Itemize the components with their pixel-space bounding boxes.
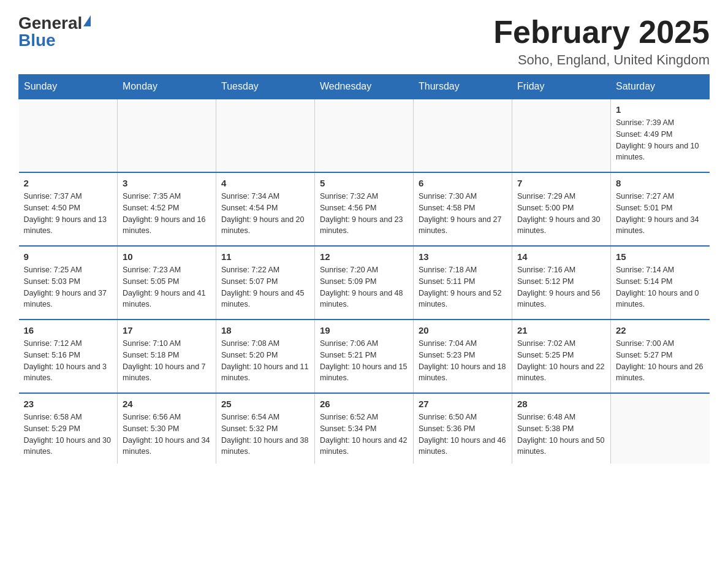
- day-info: Sunrise: 6:54 AMSunset: 5:32 PMDaylight:…: [221, 412, 309, 458]
- calendar-cell: 5Sunrise: 7:32 AMSunset: 4:56 PMDaylight…: [315, 172, 414, 246]
- location: Soho, England, United Kingdom: [493, 52, 710, 68]
- day-info: Sunrise: 6:50 AMSunset: 5:36 PMDaylight:…: [419, 412, 507, 458]
- calendar-cell: 20Sunrise: 7:04 AMSunset: 5:23 PMDayligh…: [414, 320, 512, 393]
- day-number: 19: [320, 325, 408, 335]
- day-number: 20: [419, 325, 507, 335]
- day-number: 21: [517, 325, 605, 335]
- day-info: Sunrise: 7:27 AMSunset: 5:01 PMDaylight:…: [616, 191, 705, 237]
- day-number: 26: [320, 399, 408, 409]
- calendar-cell: 23Sunrise: 6:58 AMSunset: 5:29 PMDayligh…: [19, 393, 118, 464]
- calendar-cell: [414, 99, 512, 172]
- day-info: Sunrise: 7:02 AMSunset: 5:25 PMDaylight:…: [517, 338, 605, 384]
- day-number: 14: [517, 251, 605, 262]
- day-info: Sunrise: 6:48 AMSunset: 5:38 PMDaylight:…: [517, 412, 605, 458]
- day-info: Sunrise: 6:52 AMSunset: 5:34 PMDaylight:…: [320, 412, 408, 458]
- calendar-cell: 9Sunrise: 7:25 AMSunset: 5:03 PMDaylight…: [19, 246, 118, 320]
- week-row-5: 23Sunrise: 6:58 AMSunset: 5:29 PMDayligh…: [19, 393, 710, 464]
- day-number: 18: [221, 325, 309, 335]
- calendar-cell: [19, 99, 118, 172]
- header-saturday: Saturday: [611, 75, 710, 99]
- day-info: Sunrise: 7:29 AMSunset: 5:00 PMDaylight:…: [517, 191, 605, 237]
- day-info: Sunrise: 7:23 AMSunset: 5:05 PMDaylight:…: [123, 264, 211, 310]
- day-number: 2: [24, 178, 113, 188]
- calendar-header-row: SundayMondayTuesdayWednesdayThursdayFrid…: [19, 75, 710, 99]
- day-info: Sunrise: 7:20 AMSunset: 5:09 PMDaylight:…: [320, 264, 408, 310]
- calendar-cell: 21Sunrise: 7:02 AMSunset: 5:25 PMDayligh…: [512, 320, 611, 393]
- calendar-cell: [315, 99, 414, 172]
- day-number: 24: [123, 399, 211, 409]
- day-number: 27: [419, 399, 507, 409]
- calendar-cell: [118, 99, 216, 172]
- header-tuesday: Tuesday: [216, 75, 315, 99]
- day-info: Sunrise: 7:34 AMSunset: 4:54 PMDaylight:…: [221, 191, 309, 237]
- calendar-cell: 14Sunrise: 7:16 AMSunset: 5:12 PMDayligh…: [512, 246, 611, 320]
- day-number: 15: [616, 251, 705, 262]
- day-number: 4: [221, 178, 309, 188]
- calendar-cell: 15Sunrise: 7:14 AMSunset: 5:14 PMDayligh…: [611, 246, 710, 320]
- header-monday: Monday: [118, 75, 216, 99]
- calendar-cell: 13Sunrise: 7:18 AMSunset: 5:11 PMDayligh…: [414, 246, 512, 320]
- logo-general: General: [18, 15, 82, 32]
- calendar-cell: 24Sunrise: 6:56 AMSunset: 5:30 PMDayligh…: [118, 393, 216, 464]
- week-row-2: 2Sunrise: 7:37 AMSunset: 4:50 PMDaylight…: [19, 172, 710, 246]
- calendar-cell: 22Sunrise: 7:00 AMSunset: 5:27 PMDayligh…: [611, 320, 710, 393]
- day-info: Sunrise: 7:39 AMSunset: 4:49 PMDaylight:…: [616, 117, 705, 163]
- header-thursday: Thursday: [414, 75, 512, 99]
- day-info: Sunrise: 7:14 AMSunset: 5:14 PMDaylight:…: [616, 264, 705, 310]
- logo-triangle-icon: [83, 15, 91, 26]
- calendar-cell: 26Sunrise: 6:52 AMSunset: 5:34 PMDayligh…: [315, 393, 414, 464]
- calendar-cell: 19Sunrise: 7:06 AMSunset: 5:21 PMDayligh…: [315, 320, 414, 393]
- title-section: February 2025 Soho, England, United King…: [493, 15, 710, 68]
- calendar-cell: 27Sunrise: 6:50 AMSunset: 5:36 PMDayligh…: [414, 393, 512, 464]
- logo-blue: Blue: [18, 32, 56, 49]
- calendar-cell: 17Sunrise: 7:10 AMSunset: 5:18 PMDayligh…: [118, 320, 216, 393]
- week-row-3: 9Sunrise: 7:25 AMSunset: 5:03 PMDaylight…: [19, 246, 710, 320]
- day-info: Sunrise: 7:25 AMSunset: 5:03 PMDaylight:…: [24, 264, 113, 310]
- calendar-cell: [512, 99, 611, 172]
- day-info: Sunrise: 7:12 AMSunset: 5:16 PMDaylight:…: [24, 338, 113, 384]
- day-info: Sunrise: 7:22 AMSunset: 5:07 PMDaylight:…: [221, 264, 309, 310]
- day-number: 16: [24, 325, 113, 335]
- day-number: 8: [616, 178, 705, 188]
- day-number: 9: [24, 251, 113, 262]
- day-info: Sunrise: 7:35 AMSunset: 4:52 PMDaylight:…: [123, 191, 211, 237]
- day-info: Sunrise: 6:56 AMSunset: 5:30 PMDaylight:…: [123, 412, 211, 458]
- day-number: 1: [616, 104, 705, 115]
- calendar-cell: [611, 393, 710, 464]
- day-info: Sunrise: 7:16 AMSunset: 5:12 PMDaylight:…: [517, 264, 605, 310]
- calendar-cell: 2Sunrise: 7:37 AMSunset: 4:50 PMDaylight…: [19, 172, 118, 246]
- day-number: 5: [320, 178, 408, 188]
- calendar-cell: 18Sunrise: 7:08 AMSunset: 5:20 PMDayligh…: [216, 320, 315, 393]
- day-info: Sunrise: 7:04 AMSunset: 5:23 PMDaylight:…: [419, 338, 507, 384]
- day-info: Sunrise: 6:58 AMSunset: 5:29 PMDaylight:…: [24, 412, 113, 458]
- day-number: 3: [123, 178, 211, 188]
- day-info: Sunrise: 7:18 AMSunset: 5:11 PMDaylight:…: [419, 264, 507, 310]
- calendar-cell: 12Sunrise: 7:20 AMSunset: 5:09 PMDayligh…: [315, 246, 414, 320]
- calendar-cell: 10Sunrise: 7:23 AMSunset: 5:05 PMDayligh…: [118, 246, 216, 320]
- day-number: 12: [320, 251, 408, 262]
- day-number: 7: [517, 178, 605, 188]
- header-wednesday: Wednesday: [315, 75, 414, 99]
- day-info: Sunrise: 7:30 AMSunset: 4:58 PMDaylight:…: [419, 191, 507, 237]
- calendar-cell: 3Sunrise: 7:35 AMSunset: 4:52 PMDaylight…: [118, 172, 216, 246]
- calendar-cell: 11Sunrise: 7:22 AMSunset: 5:07 PMDayligh…: [216, 246, 315, 320]
- calendar-cell: 7Sunrise: 7:29 AMSunset: 5:00 PMDaylight…: [512, 172, 611, 246]
- day-number: 11: [221, 251, 309, 262]
- calendar-cell: 6Sunrise: 7:30 AMSunset: 4:58 PMDaylight…: [414, 172, 512, 246]
- calendar-cell: [216, 99, 315, 172]
- calendar-cell: 1Sunrise: 7:39 AMSunset: 4:49 PMDaylight…: [611, 99, 710, 172]
- day-info: Sunrise: 7:08 AMSunset: 5:20 PMDaylight:…: [221, 338, 309, 384]
- week-row-4: 16Sunrise: 7:12 AMSunset: 5:16 PMDayligh…: [19, 320, 710, 393]
- header-friday: Friday: [512, 75, 611, 99]
- day-number: 17: [123, 325, 211, 335]
- day-number: 25: [221, 399, 309, 409]
- day-number: 10: [123, 251, 211, 262]
- day-info: Sunrise: 7:32 AMSunset: 4:56 PMDaylight:…: [320, 191, 408, 237]
- calendar-cell: 4Sunrise: 7:34 AMSunset: 4:54 PMDaylight…: [216, 172, 315, 246]
- month-title: February 2025: [493, 15, 710, 50]
- day-number: 13: [419, 251, 507, 262]
- day-info: Sunrise: 7:00 AMSunset: 5:27 PMDaylight:…: [616, 338, 705, 384]
- day-number: 23: [24, 399, 113, 409]
- logo: General Blue: [18, 15, 91, 49]
- calendar-cell: 28Sunrise: 6:48 AMSunset: 5:38 PMDayligh…: [512, 393, 611, 464]
